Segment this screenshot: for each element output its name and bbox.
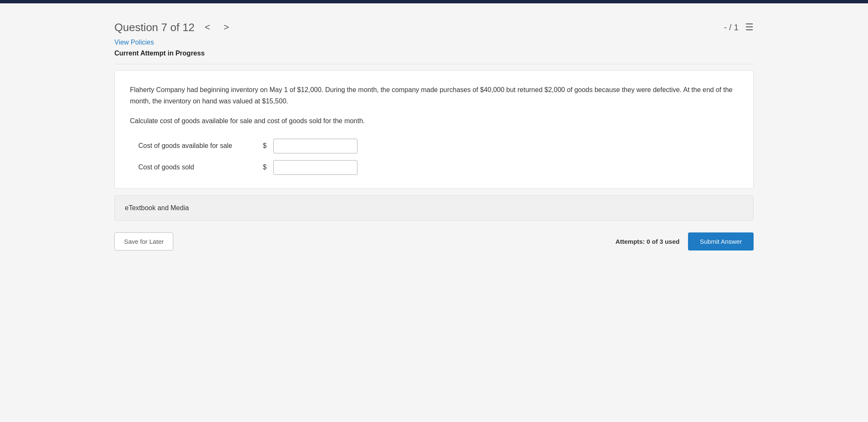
header-left: Question 7 of 12 < > <box>114 20 233 34</box>
cost-of-goods-sold-label: Cost of goods sold <box>138 164 256 171</box>
cost-of-goods-sold-input[interactable] <box>273 160 357 175</box>
dollar-sign-2: $ <box>263 164 267 171</box>
view-policies-link[interactable]: View Policies <box>114 39 154 46</box>
question-card: Flaherty Company had beginning inventory… <box>114 70 754 189</box>
attempts-text: Attempts: 0 of 3 used <box>615 238 680 245</box>
page-indicator: - / 1 <box>724 23 738 32</box>
footer-row: Save for Later Attempts: 0 of 3 used Sub… <box>114 229 754 254</box>
divider <box>114 64 754 64</box>
input-rows: Cost of goods available for sale $ Cost … <box>138 139 738 175</box>
cost-of-goods-available-input[interactable] <box>273 139 357 153</box>
cost-of-goods-available-label: Cost of goods available for sale <box>138 142 256 150</box>
cost-of-goods-sold-row: Cost of goods sold $ <box>138 160 738 175</box>
next-button[interactable]: > <box>220 20 233 34</box>
header-right: - / 1 ☰ <box>724 22 754 33</box>
top-bar <box>0 0 868 3</box>
save-later-button[interactable]: Save for Later <box>114 232 173 251</box>
submit-answer-button[interactable]: Submit Answer <box>688 232 754 251</box>
page-container: Question 7 of 12 < > - / 1 ☰ View Polici… <box>98 3 770 262</box>
cost-of-goods-available-row: Cost of goods available for sale $ <box>138 139 738 153</box>
question-title: Question 7 of 12 <box>114 21 195 34</box>
header-row: Question 7 of 12 < > - / 1 ☰ <box>114 12 754 39</box>
attempt-label: Current Attempt in Progress <box>114 50 754 57</box>
dollar-sign-1: $ <box>263 142 267 150</box>
footer-right: Attempts: 0 of 3 used Submit Answer <box>615 232 754 251</box>
etextbook-bar[interactable]: eTextbook and Media <box>114 195 754 221</box>
menu-icon[interactable]: ☰ <box>745 22 754 33</box>
question-prompt: Calculate cost of goods available for sa… <box>130 115 738 127</box>
prev-button[interactable]: < <box>201 20 214 34</box>
question-body-text: Flaherty Company had beginning inventory… <box>130 84 738 107</box>
